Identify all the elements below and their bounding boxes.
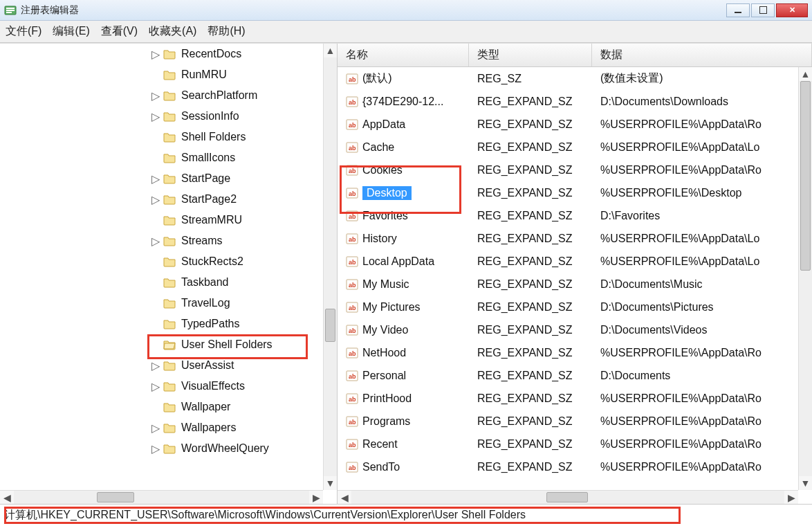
tree-item[interactable]: ▷StartPage	[0, 168, 337, 189]
cell-type: REG_EXPAND_SZ	[469, 324, 592, 336]
tree-item[interactable]: StuckRects2	[0, 251, 337, 272]
list-row[interactable]: ab(默认)REG_SZ(数值未设置)	[338, 67, 798, 90]
column-header-name[interactable]: 名称	[338, 44, 469, 66]
scroll-thumb[interactable]	[800, 81, 811, 271]
list-row[interactable]: abLocal AppDataREG_EXPAND_SZ%USERPROFILE…	[338, 250, 798, 273]
scroll-down-icon[interactable]: ▼	[324, 476, 337, 490]
expander-icon[interactable]: ▷	[151, 48, 160, 61]
tree-item[interactable]: SmallIcons	[0, 147, 337, 168]
tree-item[interactable]: ▷WordWheelQuery	[0, 438, 337, 459]
list-row[interactable]: abRecentREG_EXPAND_SZ%USERPROFILE%\AppDa…	[338, 433, 798, 455]
value-name: NetHood	[362, 347, 406, 359]
string-value-icon: ab	[346, 461, 358, 473]
tree-item[interactable]: TravelLog	[0, 293, 337, 314]
scroll-thumb[interactable]	[546, 492, 588, 502]
string-value-icon: ab	[346, 370, 358, 382]
expander-icon[interactable]: ▷	[151, 359, 160, 372]
scroll-left-icon[interactable]: ◀	[0, 491, 14, 504]
scroll-thumb[interactable]	[97, 492, 134, 502]
tree-item[interactable]: ▷SearchPlatform	[0, 85, 337, 106]
list-row[interactable]: abPrintHoodREG_EXPAND_SZ%USERPROFILE%\Ap…	[338, 387, 798, 410]
expander-icon[interactable]: ▷	[151, 380, 160, 393]
cell-type: REG_EXPAND_SZ	[469, 461, 592, 473]
tree-item[interactable]: ▷RecentDocs	[0, 44, 337, 64]
list-row[interactable]: ab{374DE290-12...REG_EXPAND_SZD:\Documen…	[338, 90, 798, 113]
list-row[interactable]: abProgramsREG_EXPAND_SZ%USERPROFILE%\App…	[338, 410, 798, 433]
scroll-track[interactable]	[14, 491, 309, 504]
cell-type: REG_EXPAND_SZ	[469, 141, 592, 154]
svg-text:ab: ab	[349, 327, 356, 334]
scroll-down-icon[interactable]: ▼	[799, 476, 812, 490]
expander-icon[interactable]: ▷	[151, 442, 160, 455]
string-value-icon: ab	[346, 73, 358, 85]
close-button[interactable]	[776, 3, 808, 17]
scroll-track[interactable]	[799, 81, 812, 476]
tree-item[interactable]: Taskband	[0, 272, 337, 293]
list-row[interactable]: abNetHoodREG_EXPAND_SZ%USERPROFILE%\AppD…	[338, 341, 798, 364]
list-row[interactable]: abAppDataREG_EXPAND_SZ%USERPROFILE%\AppD…	[338, 113, 798, 136]
list-row[interactable]: abMy MusicREG_EXPAND_SZD:\Documents\Musi…	[338, 273, 798, 296]
tree-item[interactable]: RunMRU	[0, 64, 337, 85]
scroll-thumb[interactable]	[325, 309, 335, 342]
list-row[interactable]: abDesktopREG_EXPAND_SZ%USERPROFILE%\Desk…	[338, 181, 798, 204]
scroll-track[interactable]	[351, 491, 784, 504]
tree-item-label: TypedPaths	[181, 318, 240, 330]
column-header-data[interactable]: 数据	[592, 44, 812, 66]
cell-type: REG_EXPAND_SZ	[469, 438, 592, 451]
expander-icon[interactable]: ▷	[151, 110, 160, 123]
tree-item[interactable]: StreamMRU	[0, 210, 337, 230]
list-row[interactable]: abCookiesREG_EXPAND_SZ%USERPROFILE%\AppD…	[338, 158, 798, 181]
expander-icon[interactable]: ▷	[151, 421, 160, 435]
scroll-left-icon[interactable]: ◀	[338, 491, 351, 504]
svg-text:ab: ab	[349, 76, 356, 83]
list-horizontal-scrollbar[interactable]: ◀ ▶	[338, 490, 798, 504]
menu-favorites[interactable]: 收藏夹(A)	[149, 24, 196, 39]
tree-item[interactable]: ▷Wallpapers	[0, 417, 337, 438]
list-row[interactable]: abMy VideoREG_EXPAND_SZD:\Documents\Vide…	[338, 318, 798, 341]
list-row[interactable]: abMy PicturesREG_EXPAND_SZD:\Documents\P…	[338, 296, 798, 318]
menu-file[interactable]: 文件(F)	[6, 24, 41, 39]
scroll-track[interactable]	[324, 57, 337, 476]
menu-view[interactable]: 查看(V)	[101, 24, 138, 39]
expander-icon[interactable]: ▷	[151, 235, 160, 248]
tree-item[interactable]: ▷Streams	[0, 230, 337, 251]
folder-icon	[163, 256, 176, 267]
list-row[interactable]: abHistoryREG_EXPAND_SZ%USERPROFILE%\AppD…	[338, 227, 798, 250]
folder-icon	[163, 422, 176, 433]
list-row[interactable]: abCacheREG_EXPAND_SZ%USERPROFILE%\AppDat…	[338, 136, 798, 158]
expander-icon[interactable]: ▷	[151, 193, 160, 206]
tree-item[interactable]: Shell Folders	[0, 127, 337, 147]
scroll-up-icon[interactable]: ▲	[324, 44, 337, 57]
tree-item[interactable]: ▷UserAssist	[0, 355, 337, 376]
list-vertical-scrollbar[interactable]: ▲ ▼	[798, 67, 812, 490]
tree-horizontal-scrollbar[interactable]: ◀ ▶	[0, 490, 323, 504]
tree-item-label: Shell Folders	[181, 131, 246, 143]
list-row[interactable]: abSendToREG_EXPAND_SZ%USERPROFILE%\AppDa…	[338, 455, 798, 478]
list-row[interactable]: abPersonalREG_EXPAND_SZD:\Documents	[338, 364, 798, 387]
expander-icon[interactable]: ▷	[151, 89, 160, 102]
list-rows[interactable]: ab(默认)REG_SZ(数值未设置)ab{374DE290-12...REG_…	[338, 67, 798, 490]
tree-item[interactable]: User Shell Folders	[0, 334, 337, 355]
minimize-button[interactable]	[726, 3, 750, 17]
tree-item[interactable]: Wallpaper	[0, 397, 337, 417]
tree-item[interactable]: ▷StartPage2	[0, 189, 337, 210]
tree-item[interactable]: ▷SessionInfo	[0, 106, 337, 127]
maximize-button[interactable]	[751, 3, 775, 17]
cell-type: REG_SZ	[469, 73, 592, 85]
cell-type: REG_EXPAND_SZ	[469, 301, 592, 314]
tree-vertical-scrollbar[interactable]: ▲ ▼	[323, 44, 337, 490]
scroll-right-icon[interactable]: ▶	[784, 491, 798, 504]
menu-help[interactable]: 帮助(H)	[207, 24, 245, 39]
value-name: SendTo	[362, 461, 400, 473]
value-name: Desktop	[362, 186, 412, 200]
menu-edit[interactable]: 编辑(E)	[53, 24, 89, 39]
expander-icon[interactable]: ▷	[151, 172, 160, 185]
column-header-type[interactable]: 类型	[469, 44, 592, 66]
list-row[interactable]: abFavoritesREG_EXPAND_SZD:\Favorites	[338, 204, 798, 227]
value-name: History	[362, 233, 397, 245]
tree-item[interactable]: ▷VisualEffects	[0, 376, 337, 397]
tree-item[interactable]: TypedPaths	[0, 314, 337, 334]
scroll-up-icon[interactable]: ▲	[799, 67, 812, 81]
tree-viewport[interactable]: ▷RecentDocsRunMRU▷SearchPlatform▷Session…	[0, 44, 337, 504]
scroll-right-icon[interactable]: ▶	[309, 491, 323, 504]
